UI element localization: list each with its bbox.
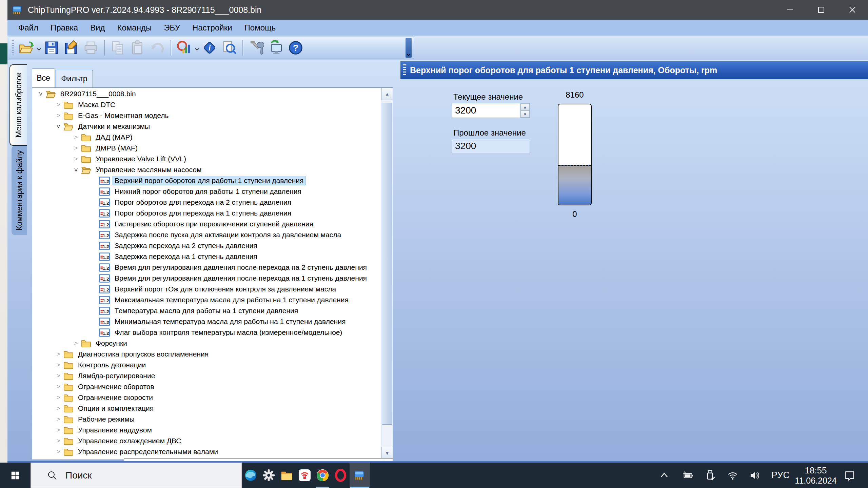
chevron-collapsed-icon[interactable]: > [53, 350, 63, 358]
chevron-expanded-icon[interactable]: > [55, 121, 62, 131]
menu-item-6[interactable]: Помощь [238, 22, 282, 34]
chevron-collapsed-icon[interactable]: > [53, 372, 63, 380]
chevron-collapsed-icon[interactable]: > [53, 394, 63, 401]
tree-item-parameter[interactable]: 1.2Максимальная температура масла для ра… [32, 294, 381, 305]
tree-item-folder[interactable]: >Рабочие режимы [32, 414, 381, 425]
toolbar-overflow-button[interactable] [406, 38, 412, 58]
taskbar-app-chiptuning-pro[interactable] [350, 463, 370, 488]
taskbar-app-vpn[interactable] [296, 463, 314, 488]
menu-item-1[interactable]: Правка [44, 22, 84, 34]
tree-item-parameter[interactable]: 1.2Задержка перехода на 1 ступень давлен… [32, 251, 381, 262]
tree-item-folder[interactable]: >Датчики и механизмы [32, 121, 381, 132]
tree-item-folder[interactable]: >E-Gas - Моментная модель [32, 110, 381, 121]
tree-item-folder[interactable]: >Ограничение оборотов [32, 381, 381, 392]
spin-down-icon[interactable]: ▼ [520, 110, 530, 118]
tree-item-folder[interactable]: >ДМРВ (MAF) [32, 143, 381, 154]
chevron-collapsed-icon[interactable]: > [71, 134, 81, 141]
tree-item-folder[interactable]: >Форсунки [32, 338, 381, 349]
action-center-button[interactable] [841, 463, 859, 488]
tray-volume[interactable] [747, 463, 763, 488]
tree-item-folder[interactable]: >Диагностика пропусков воспламенения [32, 349, 381, 360]
tree-item-parameter[interactable]: 1.2Порог оборотов для перехода на 1 ступ… [32, 208, 381, 219]
tray-network[interactable] [725, 463, 741, 488]
tree-item-parameter[interactable]: 1.2Минимальная температура масла для раб… [32, 316, 381, 327]
menu-item-5[interactable]: Настройки [186, 22, 238, 34]
panel-grip[interactable] [403, 64, 406, 76]
chevron-collapsed-icon[interactable]: > [71, 155, 81, 163]
menu-item-4[interactable]: ЭБУ [158, 22, 186, 34]
chevron-down-icon[interactable] [36, 38, 42, 58]
scroll-up-icon[interactable]: ▲ [381, 88, 393, 100]
scroll-down-icon[interactable]: ▼ [381, 447, 393, 459]
tree-item-parameter[interactable]: 1.2Порог оборотов для перехода на 2 ступ… [32, 197, 381, 208]
side-tab-file-comments[interactable]: Комментарии к файлу [12, 146, 27, 235]
tree-item-folder[interactable]: >Управление охлаждением ДВС [32, 435, 381, 446]
chevron-collapsed-icon[interactable]: > [53, 415, 63, 423]
tree-item-parameter[interactable]: 1.2Нижний порог оборотов для работы 1 ст… [32, 186, 381, 197]
language-indicator[interactable]: РУС [767, 463, 794, 488]
tree-tab-filter[interactable]: Фильтр [56, 70, 93, 87]
tree-item-parameter[interactable]: 1.2Время для регулирования давления посл… [32, 273, 381, 284]
tray-hidden-icons[interactable] [656, 463, 672, 488]
open-file-button[interactable] [17, 38, 36, 58]
tree-item-parameter[interactable]: 1.2Флаг выбора контроля температуры масл… [32, 327, 381, 338]
tree-item-folder[interactable]: >Управление Valve Lift (VVL) [32, 154, 381, 164]
tree-scrollbar[interactable]: ▲ ▼ [381, 88, 393, 459]
taskbar-search[interactable]: Поиск [31, 463, 242, 488]
chevron-collapsed-icon[interactable]: > [53, 101, 63, 108]
update-button[interactable] [266, 38, 286, 58]
properties-button[interactable]: i [200, 38, 219, 58]
tree-item-folder[interactable]: >Управление распределительными валами [32, 446, 381, 457]
save-as-button[interactable] [61, 38, 81, 58]
tree-tab-all[interactable]: Все [32, 68, 55, 87]
menu-item-3[interactable]: Команды [111, 22, 158, 34]
tree-item-folder[interactable]: >Ограничение скорости [32, 392, 381, 403]
menu-item-0[interactable]: Файл [12, 22, 44, 34]
chevron-expanded-icon[interactable]: > [72, 165, 80, 175]
help-button[interactable]: ? [286, 38, 305, 58]
tree-item-parameter[interactable]: 1.2Температура масла для работы на 1 сту… [32, 305, 381, 316]
close-button[interactable] [837, 0, 868, 20]
chevron-collapsed-icon[interactable]: > [53, 448, 63, 455]
tree-item-parameter[interactable]: 1.2Верхний порог оборотов для работы 1 с… [32, 175, 381, 186]
chevron-collapsed-icon[interactable]: > [53, 459, 63, 460]
scrollbar-thumb[interactable] [382, 103, 392, 425]
chevron-collapsed-icon[interactable]: > [71, 144, 81, 152]
chevron-collapsed-icon[interactable]: > [53, 112, 63, 119]
tree-item-folder[interactable]: >Управление масляным насосом [32, 164, 381, 175]
tree-item-folder[interactable]: >8R2907115___0008.bin [32, 88, 381, 99]
checksum-button[interactable] [175, 38, 194, 58]
tree-item-folder[interactable]: >Контроль детонации [32, 360, 381, 370]
chevron-expanded-icon[interactable]: > [37, 89, 44, 99]
tree-item-folder[interactable]: >Маска DTC [32, 99, 381, 110]
chevron-collapsed-icon[interactable]: > [53, 426, 63, 434]
taskbar-app-edge[interactable] [242, 463, 260, 488]
taskbar-app-settings[interactable] [260, 463, 278, 488]
side-tab-calibration-menu[interactable]: Меню калибровок [9, 64, 27, 146]
chevron-collapsed-icon[interactable]: > [53, 405, 63, 412]
menu-item-2[interactable]: Вид [84, 22, 111, 34]
tree-item-parameter[interactable]: 1.2Верхний порог тОж для отключения конт… [32, 284, 381, 294]
chevron-collapsed-icon[interactable]: > [71, 340, 81, 347]
tree-item-parameter[interactable]: 1.2Гистерезис оборотов при переключении … [32, 219, 381, 229]
spin-up-icon[interactable]: ▲ [520, 103, 530, 110]
tree-item-folder[interactable]: >ДАД (MAP) [32, 132, 381, 143]
save-file-button[interactable] [42, 38, 61, 58]
taskbar-app-chrome[interactable] [314, 463, 332, 488]
chevron-collapsed-icon[interactable]: > [53, 361, 63, 369]
taskbar-clock[interactable]: 18:55 11.06.2024 [793, 463, 839, 488]
current-value-input[interactable] [452, 103, 520, 118]
tree-item-parameter[interactable]: 1.2Время для регулирования давления посл… [32, 262, 381, 273]
chevron-down-icon[interactable] [194, 38, 200, 58]
start-button[interactable] [0, 463, 31, 488]
taskbar-app-opera[interactable] [332, 463, 350, 488]
chevron-collapsed-icon[interactable]: > [53, 437, 63, 445]
tree-item-folder[interactable]: >Управление наддувом [32, 425, 381, 435]
chevron-collapsed-icon[interactable]: > [53, 383, 63, 390]
toolbar-grip[interactable] [12, 40, 14, 55]
tray-battery[interactable] [680, 463, 696, 488]
preview-button[interactable] [219, 38, 239, 58]
tree-item-parameter[interactable]: 1.2Задержка после пуска для активации ко… [32, 229, 381, 240]
minimize-button[interactable] [774, 0, 806, 20]
maximize-button[interactable] [806, 0, 837, 20]
